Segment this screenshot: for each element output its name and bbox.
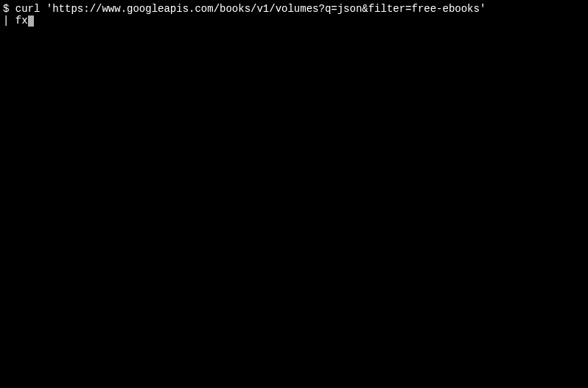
terminal-cursor xyxy=(28,15,34,27)
terminal-line-1[interactable]: $ curl 'https://www.googleapis.com/books… xyxy=(3,3,585,15)
pipe-symbol: | xyxy=(3,15,15,27)
command-text-2: fx xyxy=(15,15,28,27)
terminal-line-2[interactable]: | fx xyxy=(3,15,585,27)
command-text-1: curl 'https://www.googleapis.com/books/v… xyxy=(15,3,486,15)
shell-prompt: $ xyxy=(3,3,15,15)
